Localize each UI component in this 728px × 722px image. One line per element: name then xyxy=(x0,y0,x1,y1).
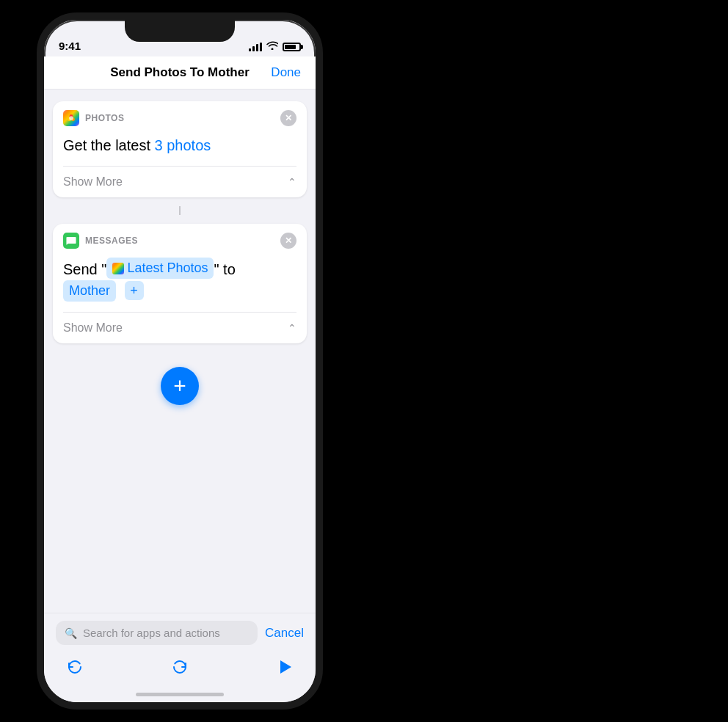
card2-body-middle: " to xyxy=(214,261,235,277)
connector xyxy=(53,206,307,215)
photos-action-card: PHOTOS ✕ Get the latest 3 photos Show Mo… xyxy=(53,101,307,197)
battery-icon xyxy=(283,43,301,51)
bottom-bar: 🔍 Search for apps and actions Cancel xyxy=(44,613,316,702)
token-photos-icon xyxy=(112,263,124,274)
done-button[interactable]: Done xyxy=(271,65,301,80)
add-action-button[interactable]: + xyxy=(161,367,199,405)
nav-header: Send Photos To Mother Done xyxy=(44,56,316,90)
mother-token[interactable]: Mother xyxy=(63,280,116,302)
status-time: 9:41 xyxy=(59,40,81,52)
play-button[interactable] xyxy=(272,654,298,680)
phone-frame: 9:41 xyxy=(37,12,323,710)
latest-photos-token[interactable]: Latest Photos xyxy=(106,258,214,279)
svg-marker-5 xyxy=(280,660,291,674)
add-action-icon: + xyxy=(173,375,186,397)
add-recipient-button[interactable]: + xyxy=(125,281,144,300)
card2-close-button[interactable]: ✕ xyxy=(280,233,296,249)
card1-close-button[interactable]: ✕ xyxy=(280,110,296,126)
photos-app-icon xyxy=(63,110,79,126)
search-icon: 🔍 xyxy=(65,627,77,639)
card2-header: MESSAGES ✕ xyxy=(53,224,307,255)
search-row: 🔍 Search for apps and actions Cancel xyxy=(56,621,304,645)
wifi-icon xyxy=(266,41,278,52)
card2-app-name: MESSAGES xyxy=(85,236,280,246)
svg-point-3 xyxy=(69,116,73,120)
messages-action-card: MESSAGES ✕ Send "Latest Photos" to Mothe… xyxy=(53,224,307,343)
scroll-area: PHOTOS ✕ Get the latest 3 photos Show Mo… xyxy=(44,90,316,431)
signal-icon xyxy=(249,43,262,51)
card2-body: Send "Latest Photos" to Mother + xyxy=(53,255,307,312)
card1-body: Get the latest 3 photos xyxy=(53,132,307,166)
messages-app-icon xyxy=(63,233,79,249)
cancel-button[interactable]: Cancel xyxy=(265,626,304,641)
card1-header: PHOTOS ✕ xyxy=(53,101,307,132)
card1-app-name: PHOTOS xyxy=(85,113,280,123)
card2-show-more-label: Show More xyxy=(63,321,123,335)
card1-chevron-icon: ⌃ xyxy=(288,176,296,188)
card2-body-prefix: Send " xyxy=(63,261,106,277)
status-icons xyxy=(249,41,301,52)
screen-content: Send Photos To Mother Done xyxy=(44,56,316,702)
card1-show-more[interactable]: Show More ⌃ xyxy=(53,167,307,197)
card2-chevron-icon: ⌃ xyxy=(288,322,296,334)
connector-line xyxy=(179,206,181,215)
card1-body-value[interactable]: 3 photos xyxy=(155,137,211,153)
undo-button[interactable] xyxy=(62,654,88,680)
card2-show-more[interactable]: Show More ⌃ xyxy=(53,313,307,343)
toolbar-row xyxy=(56,654,304,680)
redo-button[interactable] xyxy=(167,654,193,680)
notch xyxy=(125,20,235,42)
card1-show-more-label: Show More xyxy=(63,175,123,189)
home-indicator xyxy=(136,693,224,696)
nav-title: Send Photos To Mother xyxy=(110,65,250,80)
search-placeholder: Search for apps and actions xyxy=(83,627,220,639)
card1-body-prefix: Get the latest xyxy=(63,137,150,153)
token-label: Latest Photos xyxy=(127,259,208,277)
search-bar[interactable]: 🔍 Search for apps and actions xyxy=(56,621,258,645)
